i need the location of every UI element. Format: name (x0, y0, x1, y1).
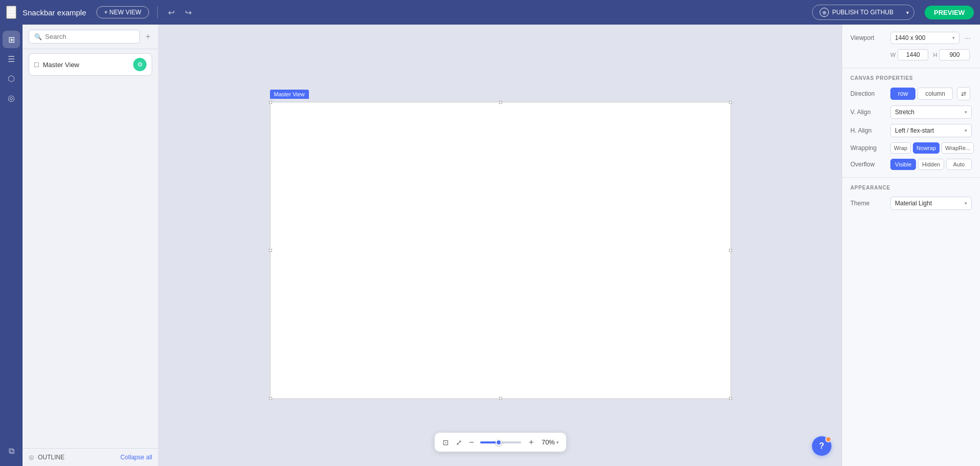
panel-content-area (23, 80, 158, 448)
direction-row-button[interactable]: row (890, 88, 915, 100)
left-icon-sidebar: ⊞ ☰ ⬡ ◎ ⧉ (0, 25, 23, 466)
zoom-fullscreen-button[interactable]: ⤢ (455, 437, 463, 448)
canvas-frame-wrapper: Master View (270, 102, 731, 399)
width-field: W (890, 49, 929, 60)
app-title: Snackbar example (23, 8, 86, 17)
dimensions-row: W H (850, 49, 972, 60)
outline-label: OUTLINE (38, 454, 116, 461)
app-header: ☰ Snackbar example + NEW VIEW ↩ ↪ ⊕ PUBL… (0, 0, 980, 25)
main-layout: ⊞ ☰ ⬡ ◎ ⧉ 🔍 ＋ □ Master View ⚙ ◎ OUTLINE … (0, 25, 980, 466)
zoom-value-button[interactable]: 70% ▾ (541, 438, 559, 446)
height-label: H (933, 52, 937, 58)
handle-top-center[interactable] (499, 101, 502, 104)
outline-icon: ◎ (29, 454, 34, 461)
v-align-select[interactable]: Stretch ▾ (890, 105, 972, 119)
collapse-all-button[interactable]: Collapse all (120, 454, 152, 461)
zoom-slider-track[interactable] (480, 441, 521, 443)
overflow-label: Overflow (850, 161, 886, 168)
overflow-hidden-button[interactable]: Hidden (918, 159, 944, 170)
wrap-button[interactable]: Wrap (890, 142, 911, 154)
help-button[interactable]: ? (812, 436, 831, 456)
layer-item-label: Master View (43, 61, 129, 69)
theme-row: Theme Material Light ▾ (850, 197, 972, 210)
zoom-toolbar: ⊡ ⤢ − ＋ 70% ▾ (434, 433, 566, 452)
appearance-section: APPEARANCE Theme Material Light ▾ (842, 178, 980, 217)
help-notification-badge (825, 436, 831, 442)
preview-button[interactable]: PREVIEW (925, 6, 974, 19)
layer-settings-button[interactable]: ⚙ (133, 58, 147, 71)
handle-bottom-left[interactable] (269, 397, 272, 400)
h-align-label: H. Align (850, 127, 886, 134)
publish-caret-icon[interactable]: ▾ (901, 7, 914, 18)
h-align-caret-icon: ▾ (965, 128, 967, 133)
add-layer-button[interactable]: ＋ (144, 31, 152, 42)
height-input[interactable] (939, 49, 970, 60)
panel-sidebar: 🔍 ＋ □ Master View ⚙ ◎ OUTLINE Collapse a… (23, 25, 159, 466)
canvas-frame-label: Master View (270, 90, 309, 99)
sidebar-icon-theme[interactable]: ◎ (3, 89, 20, 107)
viewport-more-button[interactable]: ··· (964, 33, 972, 43)
v-align-label: V. Align (850, 109, 886, 116)
v-align-row: V. Align Stretch ▾ (850, 105, 972, 119)
layer-item-master-view[interactable]: □ Master View ⚙ (29, 53, 152, 76)
sidebar-icon-grid[interactable]: ⊞ (3, 31, 20, 48)
viewport-label: Viewport (850, 34, 886, 41)
canvas-properties-title: CANVAS PROPERTIES (850, 75, 972, 81)
width-input[interactable] (898, 49, 928, 60)
direction-column-button[interactable]: column (918, 88, 953, 100)
handle-top-left[interactable] (269, 101, 272, 104)
h-align-select[interactable]: Left / flex-start ▾ (890, 124, 972, 137)
undo-icon[interactable]: ↩ (166, 6, 177, 19)
appearance-title: APPEARANCE (850, 185, 972, 190)
overflow-row: Overflow Visible Hidden Auto (850, 159, 972, 170)
layer-item-icon: □ (34, 60, 38, 69)
wrapre-button[interactable]: WrapRe... (942, 142, 974, 154)
handle-bottom-center[interactable] (499, 397, 502, 400)
handle-right-center[interactable] (729, 249, 732, 252)
handle-top-right[interactable] (729, 101, 732, 104)
search-input[interactable] (45, 33, 134, 40)
canvas-area[interactable]: Master View ⊡ ⤢ − ＋ 70% (159, 25, 842, 466)
width-label: W (890, 52, 895, 58)
wrapping-row: Wrapping Wrap Nowrap WrapRe... (850, 142, 972, 154)
zoom-slider-thumb[interactable] (495, 439, 502, 446)
menu-icon[interactable]: ☰ (6, 6, 16, 19)
theme-caret-icon: ▾ (965, 201, 967, 206)
github-icon: ⊕ (820, 8, 829, 17)
zoom-decrease-button[interactable]: − (468, 437, 475, 448)
direction-label: Direction (850, 90, 886, 97)
canvas-properties-section: CANVAS PROPERTIES Direction row column ⇄… (842, 68, 980, 178)
v-align-caret-icon: ▾ (965, 110, 967, 115)
canvas-frame[interactable] (270, 102, 731, 399)
publish-github-button[interactable]: ⊕ PUBLISH TO GITHUB ▾ (812, 5, 914, 20)
zoom-caret-icon: ▾ (556, 440, 559, 445)
outline-section: ◎ OUTLINE Collapse all (23, 448, 158, 466)
search-icon: 🔍 (34, 33, 42, 40)
zoom-increase-button[interactable]: ＋ (526, 436, 536, 449)
search-area: 🔍 ＋ (23, 25, 158, 49)
sidebar-icon-stack[interactable]: ⧉ (3, 442, 20, 460)
direction-group: row column ⇄ (890, 87, 972, 100)
theme-select[interactable]: Material Light ▾ (890, 197, 972, 210)
search-box[interactable]: 🔍 (29, 30, 140, 44)
handle-bottom-right[interactable] (729, 397, 732, 400)
handle-left-center[interactable] (269, 249, 272, 252)
redo-icon[interactable]: ↪ (183, 6, 194, 19)
sidebar-icon-layers[interactable]: ☰ (3, 50, 20, 68)
overflow-auto-button[interactable]: Auto (946, 159, 972, 170)
wrapping-label: Wrapping (850, 144, 886, 152)
overflow-visible-button[interactable]: Visible (890, 159, 916, 170)
overflow-group: Visible Hidden Auto (890, 159, 972, 170)
wrapping-group: Wrap Nowrap WrapRe... (890, 142, 974, 154)
viewport-select[interactable]: 1440 x 900 ▾ (890, 32, 960, 44)
h-align-row: H. Align Left / flex-start ▾ (850, 124, 972, 137)
height-field: H (933, 49, 972, 60)
zoom-fit-button[interactable]: ⊡ (442, 437, 450, 448)
viewport-section: Viewport 1440 x 900 ▾ ··· W H (842, 25, 980, 68)
swap-direction-button[interactable]: ⇄ (957, 87, 970, 100)
header-divider (157, 6, 158, 18)
new-view-button[interactable]: + NEW VIEW (96, 6, 149, 18)
sidebar-icon-database[interactable]: ⬡ (3, 70, 20, 87)
nowrap-button[interactable]: Nowrap (913, 142, 940, 154)
theme-label: Theme (850, 200, 886, 207)
